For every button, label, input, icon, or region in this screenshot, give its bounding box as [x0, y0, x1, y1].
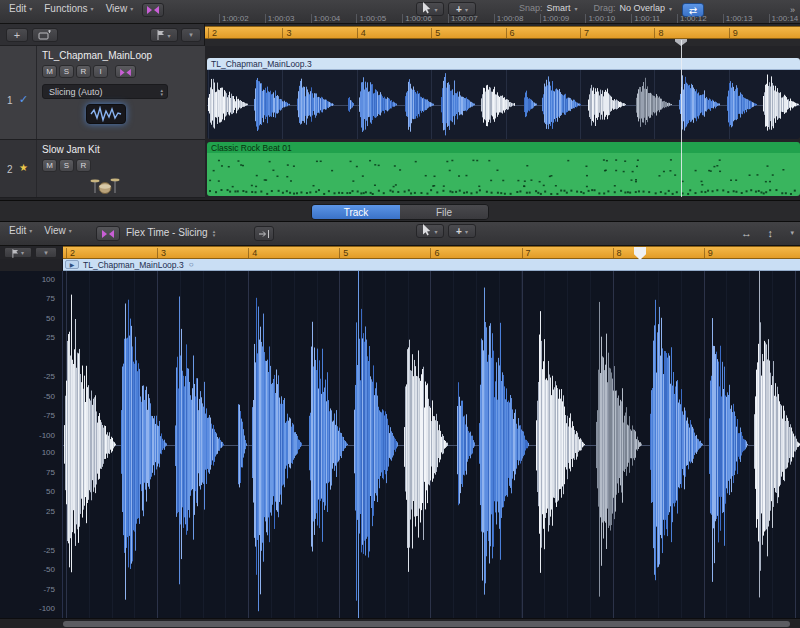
menu-edit[interactable]: Edit▾	[3, 224, 38, 237]
editor-flex-mode-dropdown[interactable]: Flex Time - Slicing ▴▾	[126, 227, 219, 238]
bar-number: 2	[208, 28, 217, 39]
mute-button[interactable]: M	[42, 159, 57, 172]
amplitude-label: -75	[43, 412, 55, 420]
bar-numbers: 23456789	[63, 247, 800, 258]
dropdown-arrows-icon: ▴▾	[213, 229, 216, 237]
track-lanes: TL_Chapman_MainLoop.3 Classic Rock Beat …	[205, 46, 800, 198]
mute-button[interactable]: M	[42, 65, 57, 78]
amplitude-label: -100	[39, 605, 55, 613]
amplitude-label: 100	[42, 276, 55, 284]
drag-value[interactable]: No Overlap	[619, 3, 665, 13]
drum-kit-icon	[90, 176, 120, 199]
track-buttons: MSRI	[42, 65, 108, 78]
midi-region[interactable]: Classic Rock Beat 01	[207, 142, 800, 196]
region-header[interactable]: Classic Rock Beat 01	[207, 142, 800, 153]
tab-file[interactable]: File	[400, 205, 488, 219]
play-icon: ▶	[70, 261, 75, 268]
track-header-1[interactable]: 1 ✓ TL_Chapman_MainLoop MSRI Slicing (Au…	[0, 46, 205, 140]
waveform-icon	[90, 106, 122, 122]
region-title: Classic Rock Beat 01	[211, 143, 292, 153]
time-ruler[interactable]: 1:00:021:00:031:00:041:00:051:00:061:00:…	[205, 13, 800, 24]
bar-number: 9	[729, 28, 738, 39]
star-icon[interactable]: ★	[19, 162, 28, 173]
editor-display-options-button[interactable]: ▾	[4, 247, 32, 258]
audio-region[interactable]: TL_Chapman_MainLoop.3	[207, 58, 800, 139]
bar-number: 3	[157, 248, 166, 259]
cycle-region-band[interactable]: 23456789	[205, 26, 800, 39]
time-label: 1:00:03	[265, 14, 295, 23]
editor-collapse-button[interactable]: ▾	[35, 247, 57, 258]
track-name[interactable]: TL_Chapman_MainLoop	[42, 50, 152, 61]
collapse-tracks-button[interactable]: ▾	[181, 28, 201, 42]
record-enable-button[interactable]: R	[76, 65, 91, 78]
tab-track[interactable]: Track	[312, 205, 400, 219]
editor-bar-ruler[interactable]: ▾ ▾ 23456789	[0, 246, 800, 259]
editor-cycle-band[interactable]: 23456789	[63, 246, 800, 259]
amplitude-label: -50	[43, 566, 55, 574]
bar-ruler[interactable]: 23456789	[205, 24, 800, 46]
time-label: 1:00:09	[540, 14, 570, 23]
input-monitor-button[interactable]: I	[93, 65, 108, 78]
playhead	[681, 40, 682, 197]
solo-button[interactable]: S	[59, 65, 74, 78]
time-label: 1:00:14	[769, 14, 799, 23]
scrollbar-thumb[interactable]	[63, 621, 790, 627]
chevron-down-icon: ▾	[465, 6, 468, 13]
menu-functions[interactable]: Functions▾	[38, 2, 99, 15]
time-label: 1:00:06	[402, 14, 432, 23]
editor-flex-toggle-button[interactable]	[96, 226, 120, 241]
duplicate-track-button[interactable]	[32, 28, 58, 42]
horizontal-zoom-icon[interactable]: ↔	[741, 227, 752, 239]
add-track-button[interactable]: +	[6, 28, 28, 42]
menu-view[interactable]: View▾	[100, 2, 140, 15]
amplitude-scale: 100755025-25-50-75-100100755025-25-50-75…	[0, 271, 63, 618]
command-click-tool-button[interactable]: + ▾	[448, 224, 476, 238]
amplitude-label: 100	[42, 449, 55, 457]
record-enable-button[interactable]: R	[76, 159, 91, 172]
flex-indicator-icon: ○	[189, 260, 194, 269]
track-display-options-button[interactable]: ▾	[150, 28, 178, 42]
menu-view[interactable]: View▾	[38, 224, 78, 237]
region-header[interactable]: TL_Chapman_MainLoop.3	[207, 58, 800, 70]
editor-region-header[interactable]: ▶ TL_Chapman_MainLoop.3 ○	[63, 259, 800, 271]
amplitude-label: 50	[46, 315, 55, 323]
tracks-area: 1 ✓ TL_Chapman_MainLoop MSRI Slicing (Au…	[0, 46, 800, 198]
bar-number: 2	[66, 248, 75, 259]
bar-number: 4	[357, 28, 366, 39]
region-waveform[interactable]	[207, 70, 800, 139]
flex-icon	[119, 63, 132, 81]
time-label: 1:00:05	[356, 14, 386, 23]
snap-value[interactable]: Smart	[546, 3, 570, 13]
chevron-down-icon[interactable]: ▾	[574, 5, 577, 12]
chevron-down-icon: ▾	[29, 5, 32, 12]
track-header-2[interactable]: 2 ★ Slow Jam Kit MSR	[0, 140, 205, 198]
chevron-down-icon: ▾	[434, 6, 437, 13]
chevron-down-icon[interactable]: ▾	[790, 229, 794, 237]
flex-mode-dropdown[interactable]: Slicing (Auto) ▴▾	[42, 84, 168, 99]
track-header-toolbar: + ▾ ▾	[0, 24, 205, 46]
amplitude-label: -100	[39, 432, 55, 440]
prelisten-button[interactable]: ▶	[65, 260, 79, 269]
divider	[36, 46, 37, 139]
midi-notes[interactable]	[207, 153, 800, 196]
catch-playhead-icon-button[interactable]	[254, 226, 274, 241]
vertical-zoom-icon[interactable]: ↕	[768, 227, 774, 239]
chevron-down-icon: ▾	[21, 249, 24, 256]
track-icon-waveform[interactable]	[86, 104, 126, 124]
editor-waveform[interactable]	[63, 271, 800, 618]
track-name[interactable]: Slow Jam Kit	[42, 144, 100, 155]
bar-number: 7	[522, 248, 531, 259]
menu-edit[interactable]: Edit▾	[3, 2, 38, 15]
pointer-tool-button[interactable]: ▾	[416, 224, 444, 238]
chevron-down-icon[interactable]: ▾	[669, 5, 672, 12]
chevron-down-icon: ▾	[44, 249, 48, 257]
solo-button[interactable]: S	[59, 159, 74, 172]
time-label: 1:00:10	[585, 14, 615, 23]
track-flex-button[interactable]	[115, 65, 136, 78]
pointer-icon	[422, 222, 431, 240]
track-check-icon[interactable]: ✓	[19, 93, 28, 106]
editor-tab-bar: Track File	[0, 200, 800, 222]
time-label: 1:00:02	[219, 14, 249, 23]
flex-toggle-button[interactable]	[142, 3, 164, 17]
horizontal-scrollbar[interactable]	[0, 618, 800, 628]
